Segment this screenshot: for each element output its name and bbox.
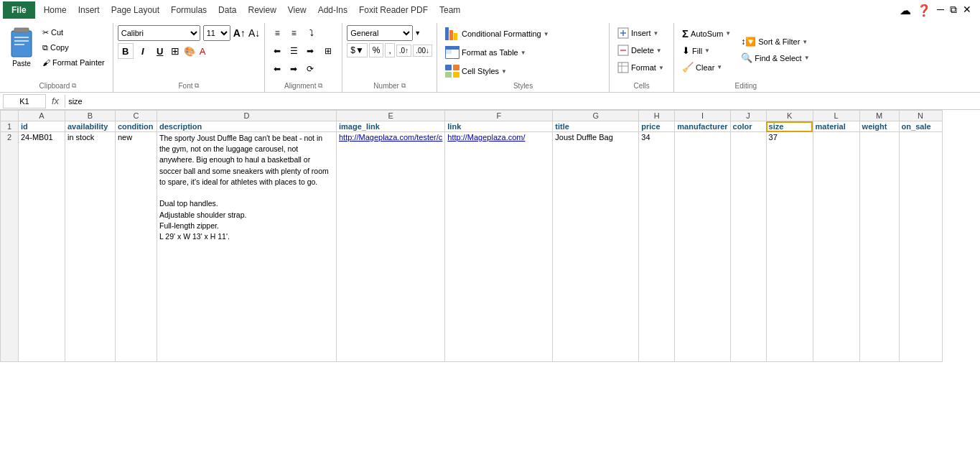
alignment-expand-icon[interactable]: ⧉ <box>318 82 322 90</box>
review-menu-item[interactable]: Review <box>242 2 281 18</box>
cell-C2[interactable]: new <box>116 132 157 362</box>
align-top-center-button[interactable]: ≡ <box>286 25 302 41</box>
number-format-select[interactable]: General <box>347 25 413 41</box>
cell-N1[interactable]: on_sale <box>899 121 942 132</box>
align-center-button[interactable]: ☰ <box>286 43 302 59</box>
cell-L1[interactable]: material <box>813 121 859 132</box>
page-layout-menu-item[interactable]: Page Layout <box>106 2 165 18</box>
borders-icon[interactable]: ⊞ <box>169 44 181 58</box>
cut-button[interactable]: ✂ Cut <box>39 26 108 40</box>
increase-decimal-button[interactable]: .0↑ <box>396 45 411 57</box>
insert-cells-button[interactable]: Insert ▼ <box>614 25 662 41</box>
view-menu-item[interactable]: View <box>282 2 312 18</box>
font-size-select[interactable]: 11 <box>203 25 230 41</box>
cell-A2[interactable]: 24-MB01 <box>19 132 65 362</box>
decrease-decimal-button[interactable]: .00↓ <box>413 45 432 57</box>
close-icon[interactable]: ✕ <box>963 4 971 17</box>
wrap-text-button[interactable]: ⤵ <box>302 25 321 41</box>
col-header-C[interactable]: C <box>116 111 157 121</box>
cell-A1[interactable]: id <box>19 121 65 132</box>
home-menu-item[interactable]: Home <box>38 2 73 18</box>
copy-button[interactable]: ⧉ Copy <box>39 41 108 55</box>
conditional-formatting-button[interactable]: Conditional Formatting ▼ <box>442 25 605 42</box>
cell-I2[interactable] <box>675 132 730 362</box>
underline-button[interactable]: U <box>152 43 168 59</box>
cell-G1[interactable]: title <box>553 121 639 132</box>
cell-B2[interactable]: in stock <box>65 132 116 362</box>
autosum-button[interactable]: Σ AutoSum ▼ <box>678 25 734 42</box>
cell-styles-button[interactable]: Cell Styles ▼ <box>442 63 605 80</box>
col-header-F[interactable]: F <box>445 111 553 121</box>
col-header-A[interactable]: A <box>19 111 65 121</box>
help-icon[interactable]: ❓ <box>917 4 931 17</box>
formula-input[interactable] <box>68 94 977 108</box>
cell-E1[interactable]: image_link <box>337 121 445 132</box>
fill-button[interactable]: ⬇ Fill ▼ <box>678 43 734 58</box>
cell-M2[interactable] <box>859 132 899 362</box>
file-menu-button[interactable]: File <box>3 1 35 19</box>
cell-J1[interactable]: color <box>730 121 766 132</box>
bold-button[interactable]: B <box>118 43 134 59</box>
col-header-E[interactable]: E <box>337 111 445 121</box>
col-header-D[interactable]: D <box>157 111 337 121</box>
cell-H1[interactable]: price <box>639 121 675 132</box>
row-header-2[interactable]: 2 <box>1 132 19 362</box>
find-select-button[interactable]: 🔍 Find & Select ▼ <box>737 50 813 65</box>
paste-button[interactable]: Paste <box>7 25 36 69</box>
format-cells-button[interactable]: Format ▼ <box>614 60 668 75</box>
col-header-K[interactable]: K <box>766 111 813 121</box>
font-name-select[interactable]: Calibri <box>118 25 200 41</box>
clipboard-expand-icon[interactable]: ⧉ <box>72 82 76 90</box>
merge-button[interactable]: ⊞ <box>319 43 337 59</box>
col-header-H[interactable]: H <box>639 111 675 121</box>
col-header-B[interactable]: B <box>65 111 116 121</box>
col-header-N[interactable]: N <box>899 111 942 121</box>
clear-button[interactable]: 🧹 Clear ▼ <box>678 60 734 75</box>
format-as-table-button[interactable]: Format as Table ▼ <box>442 44 605 61</box>
col-header-J[interactable]: J <box>730 111 766 121</box>
col-header-M[interactable]: M <box>859 111 899 121</box>
number-expand-icon[interactable]: ⧉ <box>401 82 406 90</box>
fill-color-icon[interactable]: 🎨 <box>182 45 197 58</box>
col-header-G[interactable]: G <box>553 111 639 121</box>
row-header-1[interactable]: 1 <box>1 121 19 132</box>
number-format-expand-icon[interactable]: ▼ <box>414 29 421 37</box>
data-menu-item[interactable]: Data <box>213 2 242 18</box>
comma-button[interactable]: , <box>385 43 394 57</box>
cell-F1[interactable]: link <box>445 121 553 132</box>
currency-button[interactable]: $▼ <box>347 43 368 57</box>
format-painter-button[interactable]: 🖌 Format Painter <box>39 56 108 69</box>
cell-N2[interactable] <box>899 132 942 362</box>
cell-C1[interactable]: condition <box>116 121 157 132</box>
addins-menu-item[interactable]: Add-Ins <box>312 2 353 18</box>
align-top-left-button[interactable]: ≡ <box>269 25 285 41</box>
align-left-button[interactable]: ⬅ <box>269 43 285 59</box>
decrease-font-icon[interactable]: A↓ <box>248 27 260 39</box>
cell-J2[interactable] <box>730 132 766 362</box>
indent-inc-button[interactable]: ➡ <box>286 61 302 77</box>
cell-G2[interactable]: Joust Duffle Bag <box>553 132 639 362</box>
spreadsheet-container[interactable]: A B C D E F G H I J K L M N 1 id availab… <box>0 110 980 448</box>
cell-reference-box[interactable] <box>3 94 46 108</box>
increase-font-icon[interactable]: A↑ <box>233 27 246 39</box>
cell-I1[interactable]: manufacturer <box>675 121 730 132</box>
cell-M1[interactable]: weight <box>859 121 899 132</box>
restore-icon[interactable]: ⧉ <box>950 4 957 17</box>
cell-D2[interactable]: The sporty Joust Duffle Bag can't be bea… <box>157 132 337 362</box>
italic-button[interactable]: I <box>135 43 151 59</box>
cell-B1[interactable]: availability <box>65 121 116 132</box>
cell-D1[interactable]: description <box>157 121 337 132</box>
col-header-L[interactable]: L <box>813 111 859 121</box>
cell-L2[interactable] <box>813 132 859 362</box>
indent-dec-button[interactable]: ⬅ <box>269 61 285 77</box>
insert-menu-item[interactable]: Insert <box>73 2 106 18</box>
cell-K1[interactable]: size <box>766 121 813 132</box>
text-orient-button[interactable]: ⟳ <box>302 61 318 77</box>
delete-cells-button[interactable]: Delete ▼ <box>614 42 666 58</box>
font-color-icon[interactable]: A <box>198 45 207 58</box>
team-menu-item[interactable]: Team <box>434 2 466 18</box>
align-right-button[interactable]: ➡ <box>302 43 318 59</box>
cell-E2[interactable]: http://Mageplaza.com/tester/c <box>337 132 445 362</box>
formulas-menu-item[interactable]: Formulas <box>165 2 213 18</box>
minimize-icon[interactable]: ─ <box>937 4 944 17</box>
